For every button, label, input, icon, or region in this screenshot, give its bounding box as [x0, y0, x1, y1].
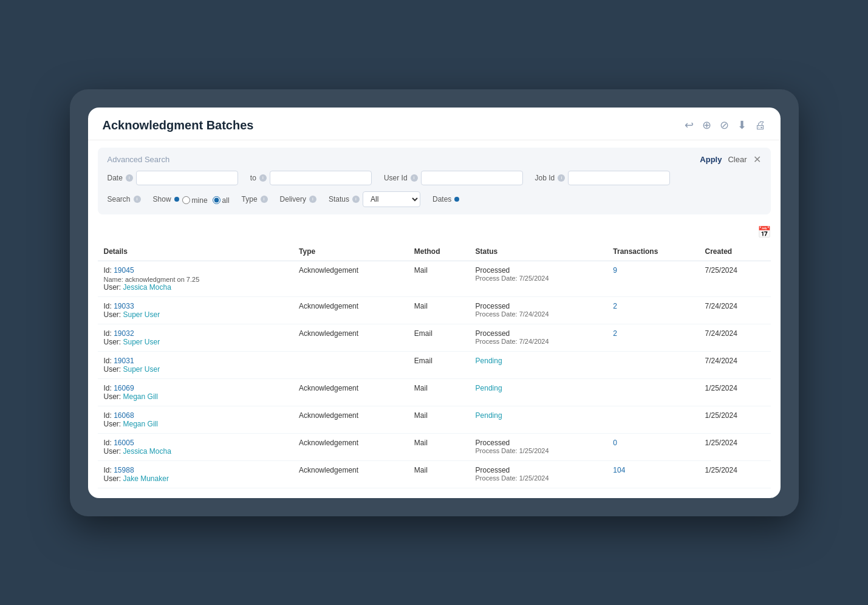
table-toolbar: 📅 — [98, 222, 771, 242]
col-method: Method — [408, 242, 470, 261]
transactions-link[interactable]: 9 — [613, 266, 617, 275]
status-select[interactable]: All Processed Pending — [363, 191, 420, 207]
user-prefix: User: — [104, 420, 123, 428]
show-filter-group: Show mine all — [153, 194, 230, 205]
user-prefix: User: — [104, 310, 123, 319]
type-cell: Acknowledgement — [293, 433, 408, 460]
batch-user-link[interactable]: Super User — [123, 338, 160, 346]
transactions-link[interactable]: 0 — [613, 439, 617, 447]
batch-id-link[interactable]: 19032 — [114, 329, 134, 338]
transactions-cell: 9 — [607, 261, 699, 296]
method-cell: Email — [408, 324, 470, 351]
batch-user-link[interactable]: Jessica Mocha — [123, 447, 171, 456]
transactions-cell: 0 — [607, 433, 699, 460]
batch-id-link[interactable]: 15988 — [114, 466, 134, 474]
transactions-cell — [607, 378, 699, 406]
status-cell: Pending — [470, 351, 607, 378]
method-cell: Mail — [408, 406, 470, 433]
batch-id-link[interactable]: 16068 — [114, 411, 134, 420]
search-panel-header: Advanced Search Apply Clear ✕ — [108, 155, 761, 165]
batch-user-link[interactable]: Jake Munaker — [123, 474, 169, 483]
add-circle-icon[interactable]: ⊕ — [702, 118, 711, 132]
created-cell: 1/25/2024 — [699, 378, 770, 406]
col-created: Created — [699, 242, 770, 261]
table-body: Id: 19045 Name: acknowledgment on 7.25 U… — [98, 261, 771, 488]
batch-user-link[interactable]: Megan Gill — [123, 392, 158, 401]
show-all-option[interactable]: all — [213, 196, 230, 205]
type-cell — [293, 351, 408, 378]
show-mine-option[interactable]: mine — [182, 196, 208, 205]
created-cell: 1/25/2024 — [699, 433, 770, 460]
delivery-filter-group: Delivery i — [280, 195, 316, 203]
batch-id-link[interactable]: 16005 — [114, 439, 134, 447]
clear-button[interactable]: Clear — [728, 155, 747, 164]
created-cell: 1/25/2024 — [699, 460, 770, 488]
id-prefix: Id: — [104, 357, 114, 365]
job-id-field-group: Job Id i — [535, 171, 671, 185]
id-prefix: Id: — [104, 439, 114, 447]
undo-icon[interactable]: ↩ — [685, 118, 694, 132]
dates-filter-group: Dates — [432, 195, 459, 203]
filter-icon[interactable]: ⊘ — [720, 118, 729, 132]
table-row: Id: 19045 Name: acknowledgment on 7.25 U… — [98, 261, 771, 296]
col-status: Status — [470, 242, 607, 261]
details-cell: Id: 19033 User: Super User — [98, 296, 293, 324]
id-prefix: Id: — [104, 384, 114, 392]
to-date-input[interactable] — [270, 171, 372, 185]
table-row: Id: 19031 User: Super User Email Pending… — [98, 351, 771, 378]
table-row: Id: 16069 User: Megan Gill Acknowledgeme… — [98, 378, 771, 406]
transactions-cell: 104 — [607, 460, 699, 488]
job-id-input[interactable] — [568, 171, 670, 185]
batch-user-link[interactable]: Super User — [123, 310, 160, 319]
transactions-cell: 2 — [607, 324, 699, 351]
batch-id-link[interactable]: 19033 — [114, 302, 134, 310]
date-search-row: Date i to i User Id i Job Id i — [108, 171, 761, 185]
transactions-link[interactable]: 104 — [613, 466, 625, 474]
batch-user-link[interactable]: Super User — [123, 365, 160, 374]
details-cell: Id: 19032 User: Super User — [98, 324, 293, 351]
search-panel: Advanced Search Apply Clear ✕ Date i to … — [98, 148, 771, 214]
method-cell: Email — [408, 351, 470, 378]
transactions-cell — [607, 351, 699, 378]
filter-row: Search i Show mine all — [108, 191, 761, 207]
user-prefix: User: — [104, 338, 123, 346]
created-cell: 7/25/2024 — [699, 261, 770, 296]
apply-button[interactable]: Apply — [700, 155, 722, 164]
transactions-cell — [607, 406, 699, 433]
delivery-filter-label: Delivery — [280, 195, 306, 203]
details-cell: Id: 19031 User: Super User — [98, 351, 293, 378]
date-info-icon: i — [126, 174, 133, 182]
date-input[interactable] — [136, 171, 238, 185]
id-prefix: Id: — [104, 266, 114, 275]
method-cell: Mail — [408, 261, 470, 296]
method-cell: Mail — [408, 433, 470, 460]
print-icon[interactable]: 🖨 — [755, 119, 766, 132]
batch-id-link[interactable]: 16069 — [114, 384, 134, 392]
type-cell: Acknowledgement — [293, 261, 408, 296]
search-info-icon: i — [134, 196, 141, 203]
show-active-indicator — [174, 197, 179, 202]
job-id-info-icon: i — [558, 174, 565, 182]
id-prefix: Id: — [104, 329, 114, 338]
transactions-link[interactable]: 2 — [613, 302, 617, 310]
batch-id-link[interactable]: 19045 — [114, 266, 134, 275]
user-id-input[interactable] — [421, 171, 523, 185]
method-cell: Mail — [408, 296, 470, 324]
header-icons: ↩ ⊕ ⊘ ⬇ 🖨 — [685, 118, 766, 132]
batch-user-link[interactable]: Megan Gill — [123, 420, 158, 428]
transactions-link[interactable]: 2 — [613, 329, 617, 338]
close-panel-button[interactable]: ✕ — [753, 155, 761, 165]
batch-user-link[interactable]: Jessica Mocha — [123, 283, 171, 292]
user-id-field-group: User Id i — [384, 171, 523, 185]
download-icon[interactable]: ⬇ — [737, 118, 747, 132]
page-header: Acknowledgment Batches ↩ ⊕ ⊘ ⬇ 🖨 — [88, 108, 781, 140]
show-mine-label: mine — [192, 196, 208, 205]
created-cell: 1/25/2024 — [699, 406, 770, 433]
table-row: Id: 19032 User: Super User Acknowledgeme… — [98, 324, 771, 351]
show-radio-group: mine all — [182, 196, 230, 205]
type-cell: Acknowledgement — [293, 296, 408, 324]
dates-filter-label: Dates — [432, 195, 451, 203]
job-id-label: Job Id — [535, 174, 555, 182]
batch-id-link[interactable]: 19031 — [114, 357, 134, 365]
calendar-icon[interactable]: 📅 — [757, 225, 771, 239]
